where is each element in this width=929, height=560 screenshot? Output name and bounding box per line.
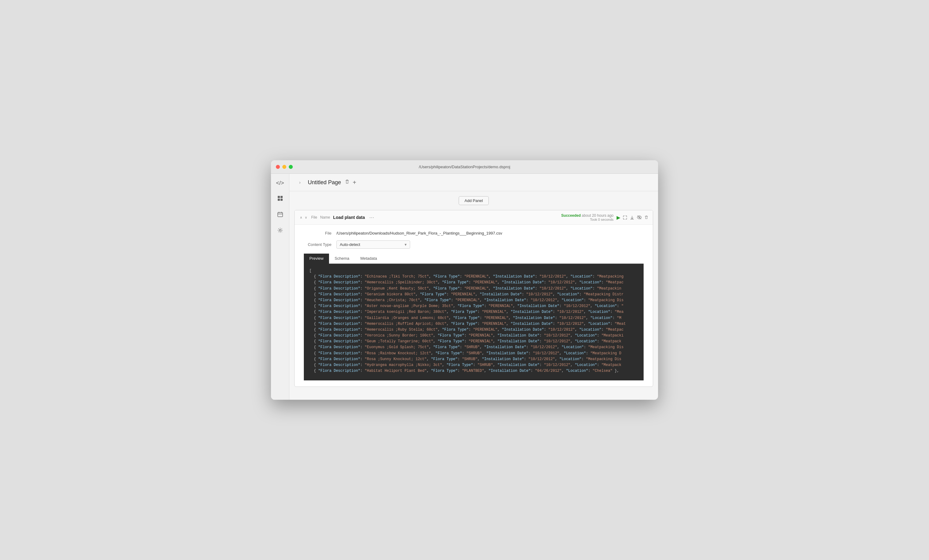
panel-status-took: Took 0 seconds <box>561 218 613 221</box>
json-row-5: { "Flora Description": "Aster novae-angl… <box>310 303 638 309</box>
svg-rect-0 <box>278 196 280 198</box>
json-row-13: { "Flora Description": "Rosa ;Rainbow Kn… <box>310 350 638 357</box>
file-field-label: File <box>304 231 331 236</box>
json-open-bracket: [ <box>310 268 638 274</box>
json-row-11: { "Flora Description": "Geum ;Totally Ta… <box>310 339 638 344</box>
minimize-button[interactable] <box>282 165 286 169</box>
tab-schema[interactable]: Schema <box>329 254 355 264</box>
svg-rect-1 <box>281 196 283 198</box>
sidebar-item-code[interactable]: </> <box>274 177 286 188</box>
collapse-up-button[interactable]: ∧ <box>299 215 303 220</box>
settings-icon <box>277 227 283 235</box>
content-type-field-row: Content Type Auto-detect ▾ <box>304 240 644 249</box>
panel-name-label: Name <box>320 215 330 220</box>
panel-actions: ▶ <box>616 214 648 220</box>
panel-status-time: about 20 hours ago <box>582 213 613 218</box>
delete-panel-button[interactable] <box>644 215 648 220</box>
traffic-lights <box>276 165 293 169</box>
json-row-8: { "Flora Description": "Hemerocallis ;Ru… <box>310 321 638 327</box>
svg-rect-4 <box>278 213 283 217</box>
delete-page-button[interactable] <box>345 179 350 185</box>
download-button[interactable] <box>630 215 635 220</box>
panel-container: ∧ ∨ File Name Load plant data ⋯ Succeede… <box>294 210 653 387</box>
content-type-select[interactable]: Auto-detect ▾ <box>336 240 410 249</box>
page-header-actions: + <box>345 179 356 186</box>
add-panel-button[interactable]: Add Panel <box>459 196 489 205</box>
main-content: › Untitled Page + Add Panel <box>290 174 658 400</box>
sidebar-item-schedule[interactable] <box>274 210 286 220</box>
svg-point-8 <box>279 230 281 231</box>
panel-header: ∧ ∨ File Name Load plant data ⋯ Succeede… <box>294 210 653 225</box>
code-icon: </> <box>276 180 284 187</box>
content-type-selected-value: Auto-detect <box>340 242 405 247</box>
calendar-icon <box>277 211 283 219</box>
page-header: › Untitled Page + <box>290 174 658 191</box>
file-field-row: File /Users/philipeaton/Downloads/Hudson… <box>304 231 644 236</box>
panel-collapse-buttons: ∧ ∨ <box>299 215 308 220</box>
json-row-9: { "Flora Description": "Hemerocallis ;Ru… <box>310 327 638 333</box>
window-title: /Users/philipeaton/DataStationProjects/d… <box>419 165 510 169</box>
panel-type-label: File <box>311 215 317 220</box>
svg-rect-3 <box>281 199 283 201</box>
app-body: </> <box>271 174 658 400</box>
content-type-label: Content Type <box>304 242 331 247</box>
json-row-14: { "Flora Description": "Rosa ;Sunny Knoc… <box>310 357 638 362</box>
svg-rect-2 <box>278 199 280 201</box>
json-row-7: { "Flora Description": "Gaillardia ;Oran… <box>310 315 638 321</box>
sidebar: </> <box>271 174 290 400</box>
hide-button[interactable] <box>637 215 642 220</box>
collapse-down-button[interactable]: ∨ <box>304 215 308 220</box>
file-field-value: /Users/philipeaton/Downloads/Hudson_Rive… <box>336 231 502 236</box>
json-row-16: { "Flora Description": "Habitat Heliport… <box>310 368 638 374</box>
json-row-10: { "Flora Description": "Veronica ;Sunny … <box>310 333 638 339</box>
panel-status-result: Succeeded <box>561 213 581 218</box>
panel-body: File /Users/philipeaton/Downloads/Hudson… <box>294 225 653 387</box>
app-window: /Users/philipeaton/DataStationProjects/d… <box>271 160 658 400</box>
maximize-button[interactable] <box>289 165 293 169</box>
json-row-2: { "Flora Description": "Origanum ;Kent B… <box>310 286 638 292</box>
close-button[interactable] <box>276 165 280 169</box>
add-page-button[interactable]: + <box>353 179 356 186</box>
json-row-4: { "Flora Description": "Heuchera ;Christ… <box>310 297 638 303</box>
run-button[interactable]: ▶ <box>616 214 620 220</box>
panel-status: Succeeded about 20 hours ago Took 0 seco… <box>561 213 613 221</box>
json-row-0: { "Flora Description": "Echinacea ;Tiki … <box>310 274 638 280</box>
add-panel-area: Add Panel <box>290 191 658 210</box>
expand-sidebar-button[interactable]: › <box>296 178 304 187</box>
json-row-6: { "Flora Description": "Imperata koenigi… <box>310 309 638 315</box>
panel-more-button[interactable]: ⋯ <box>369 214 374 220</box>
json-row-1: { "Flora Description": "Hemerocallis ;Sp… <box>310 280 638 286</box>
titlebar: /Users/philipeaton/DataStationProjects/d… <box>271 160 658 174</box>
sidebar-item-grid[interactable] <box>274 193 286 205</box>
grid-icon <box>277 195 283 203</box>
page-title: Untitled Page <box>308 179 341 186</box>
sidebar-item-settings[interactable] <box>274 225 286 236</box>
json-row-15: { "Flora Description": "Hydrangea macrop… <box>310 362 638 368</box>
tab-preview[interactable]: Preview <box>304 254 329 264</box>
tab-metadata[interactable]: Metadata <box>355 254 382 264</box>
panel-title: Load plant data <box>333 215 365 220</box>
expand-button[interactable] <box>623 215 627 220</box>
preview-area: [ { "Flora Description": "Echinacea ;Tik… <box>304 264 644 380</box>
tabs-bar: Preview Schema Metadata <box>304 254 644 264</box>
json-row-3: { "Flora Description": "Geranium biokora… <box>310 292 638 297</box>
chevron-down-icon: ▾ <box>405 242 407 247</box>
json-row-12: { "Flora Description": "Euonymus ;Gold S… <box>310 344 638 350</box>
